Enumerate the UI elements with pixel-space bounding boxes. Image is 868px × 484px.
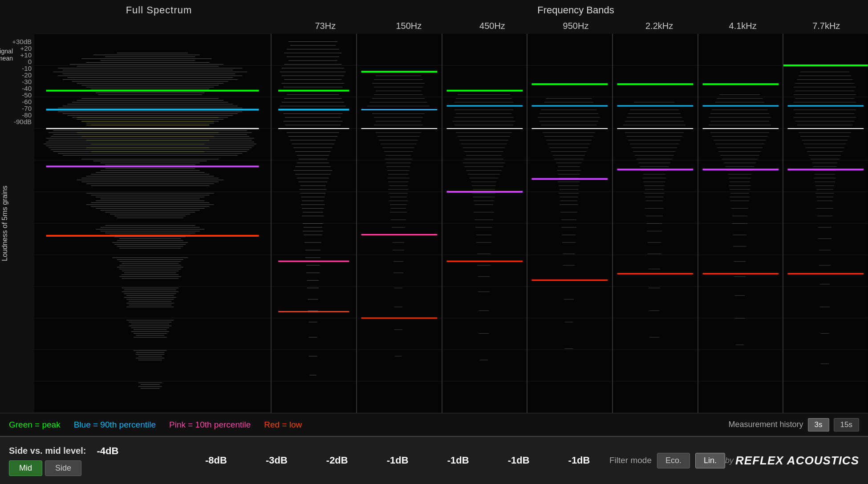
svg-rect-288 (388, 189, 409, 190)
branding-name: REFLEX ACOUSTICS (735, 454, 859, 468)
svg-rect-146 (138, 360, 162, 360)
svg-rect-90 (101, 210, 200, 210)
svg-rect-328 (454, 109, 513, 110)
svg-rect-187 (282, 76, 344, 76)
svg-rect-22 (58, 68, 242, 69)
svg-rect-338 (464, 151, 503, 152)
svg-rect-28 (63, 79, 238, 80)
svg-rect-551 (795, 91, 855, 91)
svg-rect-559 (795, 121, 855, 121)
svg-rect-387 (538, 117, 600, 117)
svg-rect-495 (712, 109, 767, 110)
freq-bands-header: Frequency Bands (284, 4, 868, 16)
mh-btn-3s[interactable]: 3s (808, 418, 829, 432)
svg-rect-149 (138, 386, 162, 387)
lin-button[interactable]: Lin. (695, 453, 725, 468)
svg-rect-325 (456, 98, 511, 99)
side-button[interactable]: Side (45, 460, 81, 476)
svg-rect-221 (302, 208, 324, 209)
svg-rect-465 (646, 216, 663, 216)
svg-rect-89 (96, 208, 204, 209)
svg-rect-206 (295, 151, 331, 152)
band-panel-2200hz (613, 34, 698, 413)
y-tick-8: -50 (10, 92, 34, 98)
svg-rect-399 (558, 166, 580, 167)
svg-rect-519 (731, 208, 748, 209)
svg-rect-513 (730, 182, 750, 182)
svg-rect-438 (634, 102, 674, 102)
svg-rect-216 (300, 189, 327, 190)
svg-rect-497 (708, 117, 771, 117)
mh-btn-15s[interactable]: 15s (834, 418, 859, 432)
svg-rect-440 (630, 109, 679, 110)
svg-rect-81 (86, 193, 214, 194)
svg-rect-130 (126, 307, 174, 307)
svg-rect-37 (81, 98, 219, 99)
svg-rect-193 (284, 98, 342, 99)
svg-rect-393 (548, 144, 590, 144)
svg-rect-275 (379, 140, 418, 141)
svg-rect-583 (818, 238, 831, 239)
svg-rect-25 (63, 73, 235, 74)
svg-rect-33 (91, 89, 209, 89)
svg-rect-72 (101, 170, 200, 171)
svg-rect-548 (797, 79, 853, 80)
y-tick-1: +20 (10, 45, 34, 52)
svg-rect-392 (546, 140, 592, 141)
svg-rect-361 (478, 291, 490, 292)
band-950hz-svg (527, 34, 612, 413)
svg-rect-75 (86, 176, 214, 177)
svg-rect-390 (543, 133, 595, 133)
svm-label: Side vs. mid level: (9, 446, 86, 456)
mid-button[interactable]: Mid (9, 460, 42, 476)
svg-rect-58 (46, 142, 254, 142)
svg-rect-342 (464, 166, 503, 167)
svg-rect-457 (642, 178, 666, 178)
svg-rect-354 (475, 219, 493, 220)
svg-rect-203 (290, 140, 336, 141)
svg-rect-347 (472, 186, 495, 186)
svg-rect-329 (456, 113, 511, 114)
svg-rect-136 (134, 330, 166, 330)
svg-rect-116 (124, 273, 176, 273)
svg-rect-44 (58, 112, 242, 112)
svg-rect-131 (126, 320, 174, 320)
freq-labels-row: 73Hz 150Hz 450Hz 950Hz 2.2kHz 4.1kHz 7.7… (0, 18, 868, 34)
svg-rect-363 (479, 333, 489, 334)
svg-rect-305 (395, 356, 402, 356)
band-db-1: -8dB (186, 455, 246, 466)
svg-rect-62 (51, 149, 249, 150)
svg-rect-300 (393, 261, 403, 262)
svg-rect-213 (297, 178, 329, 178)
eco-button[interactable]: Eco. (657, 453, 690, 468)
y-tick-4: -10 (10, 65, 34, 72)
freq-label-5: 4.1kHz (701, 21, 785, 31)
svg-rect-525 (734, 276, 746, 277)
svg-rect-584 (819, 250, 831, 250)
svg-rect-279 (385, 155, 411, 156)
svg-rect-113 (117, 267, 183, 267)
svg-rect-330 (454, 117, 513, 117)
svg-rect-337 (462, 148, 505, 148)
svg-rect-30 (77, 83, 223, 84)
svg-rect-289 (389, 193, 408, 194)
svg-rect-448 (630, 144, 679, 144)
svg-rect-276 (381, 144, 416, 144)
svg-rect-180 (287, 49, 339, 49)
svg-rect-511 (728, 174, 751, 174)
svg-rect-14 (117, 53, 188, 53)
svg-rect-178 (288, 41, 337, 42)
svg-rect-185 (282, 68, 344, 69)
svg-rect-453 (638, 163, 670, 163)
svg-rect-115 (122, 271, 178, 271)
svg-rect-564 (804, 144, 846, 144)
svg-rect-214 (299, 182, 327, 182)
svg-rect-441 (628, 113, 681, 114)
svg-rect-324 (458, 94, 510, 95)
svg-rect-301 (393, 273, 403, 273)
svg-rect-451 (635, 155, 673, 156)
svg-rect-225 (304, 227, 322, 228)
svg-rect-503 (715, 144, 764, 144)
svg-rect-463 (646, 201, 663, 201)
svm-value: -4dB (97, 445, 186, 457)
